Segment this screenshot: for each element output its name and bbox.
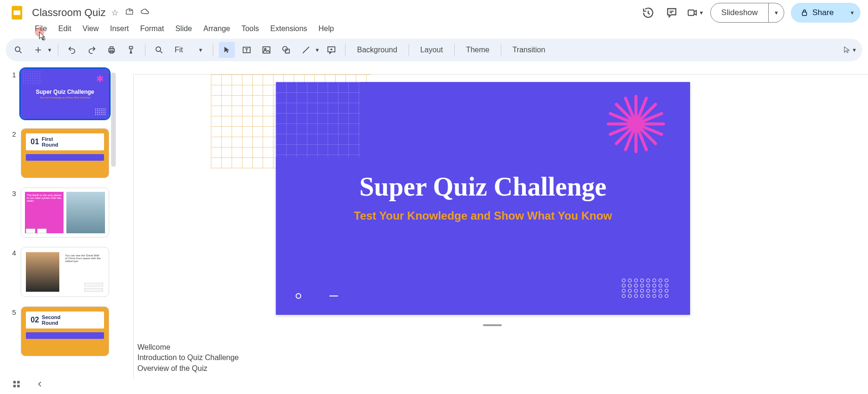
caret-down-icon[interactable]: ▼ (699, 10, 704, 16)
notes-line: Overview of the Quiz (137, 363, 864, 374)
bottom-bar (9, 377, 47, 391)
theme-button[interactable]: Theme (460, 43, 495, 57)
mode-pointer-icon[interactable]: ▼ (842, 42, 858, 58)
svg-point-9 (156, 47, 161, 51)
menu-view[interactable]: View (78, 23, 103, 35)
slide-number: 4 (9, 247, 16, 257)
slideshow-group: Slideshow ▼ (710, 3, 784, 23)
notes-resize-handle[interactable] (483, 324, 502, 326)
speaker-notes[interactable]: Wellcome Introduction to Quiz Challenge … (134, 337, 868, 379)
filmstrip[interactable]: 1 ✱ Super Quiz Challenge Test Your Knowl… (0, 65, 117, 379)
slideshow-dropdown[interactable]: ▼ (768, 3, 784, 23)
undo-button[interactable] (64, 42, 80, 58)
slides-logo[interactable] (8, 3, 26, 22)
textbox-tool[interactable] (239, 42, 255, 58)
line-dropdown[interactable]: ▼ (315, 47, 320, 53)
separator (213, 44, 213, 56)
menu-slide[interactable]: Slide (170, 23, 197, 35)
redo-button[interactable] (84, 42, 100, 58)
slide-thumb-row: 5 02SecondRound (9, 306, 111, 356)
slide-thumb-row: 2 01FirstRound (9, 128, 111, 178)
header-right: ▼ Slideshow ▼ Share ▼ (640, 3, 860, 23)
image-tool[interactable] (258, 42, 274, 58)
slide-dots-decoration (622, 279, 669, 298)
shape-tool[interactable] (278, 42, 294, 58)
slide-grid-decoration (276, 82, 361, 157)
toolbar: ▼ Fit ▼ ▼ Background Layout Theme Transi… (6, 39, 862, 61)
ruler-horizontal[interactable] (134, 65, 868, 74)
title-icons: ☆ (111, 7, 150, 19)
line-tool[interactable] (298, 42, 314, 58)
ruler-vertical[interactable] (117, 74, 134, 379)
slide-title-text[interactable]: Super Quiz Challenge (276, 172, 690, 202)
title-bar: Classroom Quiz ☆ ▼ Slideshow ▼ Share (0, 0, 868, 23)
slide-canvas[interactable]: Super Quiz Challenge Test Your Knowledge… (276, 82, 690, 315)
separator (454, 44, 455, 56)
slide-line-decoration (296, 293, 338, 299)
svg-rect-33 (17, 381, 20, 383)
new-slide-button[interactable] (30, 42, 46, 58)
comment-tool[interactable] (323, 42, 339, 58)
slide-number: 3 (9, 188, 16, 197)
slide-thumb-4[interactable]: You can see the Great Wall of China from… (21, 247, 109, 297)
grid-view-icon[interactable] (9, 377, 24, 391)
move-icon[interactable] (125, 8, 134, 18)
print-button[interactable] (104, 42, 120, 58)
menu-file[interactable]: File (30, 23, 52, 35)
zoom-tool-icon[interactable] (151, 42, 167, 58)
slide-number: 1 (9, 69, 16, 79)
svg-rect-1 (14, 10, 20, 15)
filmstrip-scrollbar[interactable] (111, 73, 116, 167)
background-button[interactable]: Background (351, 43, 402, 57)
paint-format-button[interactable] (123, 42, 139, 58)
slide-thumb-row: 4 You can see the Great Wall of China fr… (9, 247, 111, 297)
menu-extensions[interactable]: Extensions (265, 23, 312, 35)
menu-bar: File Edit View Insert Format Slide Arran… (0, 23, 868, 39)
star-icon[interactable]: ☆ (111, 8, 119, 18)
slide-number: 5 (9, 306, 16, 316)
new-slide-dropdown[interactable]: ▼ (47, 47, 52, 53)
separator (409, 44, 409, 56)
menu-format[interactable]: Format (136, 23, 169, 35)
menu-insert[interactable]: Insert (105, 23, 134, 35)
share-dropdown[interactable]: ▼ (843, 3, 860, 23)
transition-button[interactable]: Transition (507, 43, 551, 57)
menu-edit[interactable]: Edit (54, 23, 76, 35)
search-menus-icon[interactable] (10, 42, 26, 58)
svg-rect-34 (13, 385, 16, 387)
slide-thumb-row: 1 ✱ Super Quiz Challenge Test Your Knowl… (9, 69, 111, 119)
zoom-value: Fit (175, 46, 183, 54)
slide-number: 2 (9, 128, 16, 138)
svg-rect-7 (110, 47, 113, 49)
layout-button[interactable]: Layout (415, 43, 449, 57)
svg-point-5 (15, 47, 20, 51)
notes-line: Introduction to Quiz Challenge (137, 353, 864, 363)
history-icon[interactable] (640, 4, 657, 21)
slideshow-button[interactable]: Slideshow (710, 3, 769, 23)
caret-down-icon: ▼ (198, 47, 203, 53)
share-button[interactable]: Share (791, 3, 843, 23)
select-tool[interactable] (219, 42, 235, 58)
separator (501, 44, 501, 56)
svg-rect-11 (263, 47, 270, 53)
slide-thumb-1[interactable]: ✱ Super Quiz Challenge Test Your Knowled… (21, 69, 109, 119)
slide-thumb-5[interactable]: 02SecondRound (21, 306, 109, 356)
svg-rect-32 (13, 381, 16, 383)
comments-icon[interactable] (663, 4, 680, 21)
menu-arrange[interactable]: Arrange (199, 23, 235, 35)
collapse-filmstrip-icon[interactable] (33, 377, 47, 391)
zoom-dropdown[interactable]: Fit ▼ (171, 44, 207, 56)
slide-subtitle-text[interactable]: Test Your Knowledge and Show What You Kn… (276, 209, 690, 222)
present-video-icon[interactable]: ▼ (687, 4, 704, 21)
canvas-area[interactable]: Super Quiz Challenge Test Your Knowledge… (117, 65, 868, 379)
share-group: Share ▼ (791, 3, 860, 23)
cloud-icon[interactable] (140, 7, 150, 19)
slide-thumb-2[interactable]: 01FirstRound (21, 128, 109, 178)
svg-rect-35 (17, 385, 20, 387)
menu-tools[interactable]: Tools (237, 23, 264, 35)
workspace: 1 ✱ Super Quiz Challenge Test Your Knowl… (0, 65, 868, 379)
share-label: Share (812, 8, 834, 17)
slide-thumb-3[interactable]: The Earth is the only planet in our sola… (21, 188, 109, 238)
menu-help[interactable]: Help (314, 23, 339, 35)
doc-title[interactable]: Classroom Quiz (32, 7, 105, 19)
